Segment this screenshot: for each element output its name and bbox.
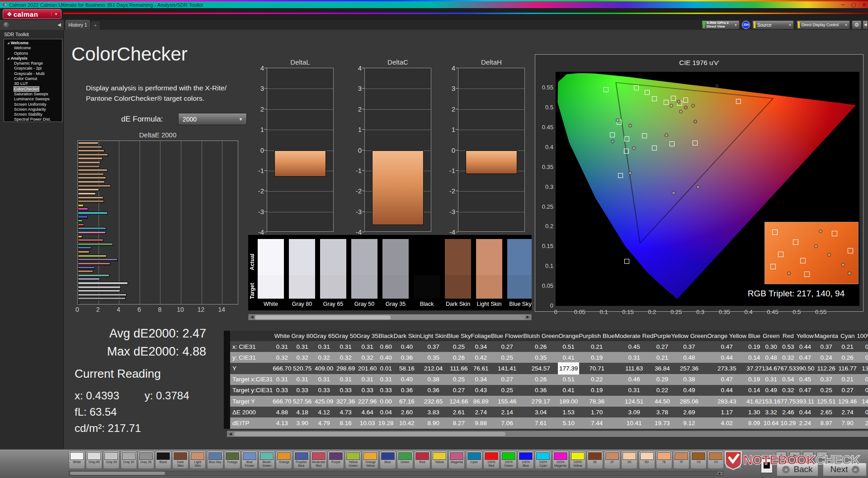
table-cell[interactable]: 0.38 (420, 374, 447, 385)
table-cell[interactable]: 9.12 (671, 417, 707, 428)
sidebar-item-screen-stability[interactable]: Screen Stability (4, 112, 62, 117)
patch-swatch-gray-80[interactable]: Gray 80 (289, 239, 315, 307)
table-cell[interactable]: 19.28 (378, 417, 394, 428)
table-cell[interactable]: 0.31 (292, 341, 313, 352)
table-cell[interactable]: 0.27 (491, 341, 523, 352)
table-cell[interactable]: 0.27 (447, 385, 471, 396)
table-cell[interactable]: 0.31 (357, 374, 378, 385)
table-cell[interactable]: 0.64 (857, 374, 868, 385)
palette-tile-orange[interactable]: Orange (276, 451, 292, 469)
table-cell[interactable]: 4.88 (273, 407, 291, 417)
table-cell[interactable]: 232.65 (420, 396, 447, 407)
scroll-left-icon[interactable]: ◀ (249, 315, 255, 319)
table-cell[interactable]: 7.90 (838, 417, 857, 428)
table-cell[interactable]: 111.66 (447, 363, 471, 374)
table-cell[interactable]: 0.44 (796, 407, 814, 417)
table-cell[interactable]: 2.60 (394, 407, 420, 417)
palette-tile-magenta[interactable]: Magenta (448, 451, 465, 469)
sidebar-item-screen-uniformity[interactable]: Screen Uniformity (4, 102, 62, 107)
palette-tile-2k[interactable]: 2K (621, 451, 637, 469)
table-cell[interactable]: 0.31 (357, 341, 378, 352)
table-cell[interactable]: 0.42 (471, 352, 491, 363)
table-cell[interactable]: 10.29 (780, 417, 796, 428)
palette-tile-purple[interactable]: Purple (328, 451, 344, 469)
table-cell[interactable]: 0.25 (491, 385, 523, 396)
table-cell[interactable]: 0.19 (579, 385, 615, 396)
palette-tile-100-magenta[interactable]: 100% Magenta (552, 451, 569, 469)
table-cell[interactable]: 0.04 (378, 407, 394, 417)
table-cell[interactable]: 0.37 (814, 341, 838, 352)
scrollbar-thumb[interactable] (70, 472, 165, 475)
table-cell[interactable]: 0.00 (378, 396, 394, 407)
table-cell[interactable]: 0.41 (558, 385, 579, 396)
table-cell[interactable]: 0.33 (357, 385, 378, 396)
patch-swatch-gray-65[interactable]: Gray 65 (320, 239, 346, 307)
table-cell[interactable]: 0.32 (273, 352, 291, 363)
palette-tile-blue[interactable]: Blue (380, 451, 396, 469)
table-cell[interactable]: 0.22 (653, 385, 671, 396)
table-cell[interactable]: 0.32 (357, 352, 378, 363)
table-cell[interactable]: 8.09 (746, 417, 762, 428)
palette-tile-extra[interactable] (725, 451, 741, 469)
table-cell[interactable]: 0.26 (523, 341, 558, 352)
table-cell[interactable]: 0.25 (447, 374, 471, 385)
table-scrollbar[interactable]: ◀ (227, 431, 868, 437)
table-cell[interactable]: 7.44 (579, 417, 615, 428)
table-cell[interactable]: 10.41 (615, 417, 654, 428)
table-cell[interactable]: 0.31 (762, 374, 780, 385)
table-cell[interactable]: 0.38 (671, 374, 707, 385)
sidebar-item-analysis[interactable]: ◢Analysis (4, 56, 62, 61)
table-cell[interactable]: 1.70 (579, 407, 615, 417)
table-cell[interactable]: 0.48 (762, 352, 780, 363)
table-cell[interactable]: 327.36 (335, 396, 357, 407)
table-cell[interactable]: 0.33 (313, 385, 335, 396)
meter-select-button[interactable]: X-Rite i1Pro 2 Direct View ▼ (702, 20, 740, 29)
tab-history-1[interactable]: History 1 (66, 20, 90, 30)
palette-tile-gray-80[interactable]: Gray 80 (86, 451, 102, 469)
palette-tile-100-cyan[interactable]: 100% Cyan (535, 451, 551, 469)
scroll-right-icon[interactable]: ▶ (717, 472, 722, 475)
table-cell[interactable]: 8.27 (447, 417, 471, 428)
table-cell[interactable]: 0.32 (335, 352, 357, 363)
table-cell[interactable]: 0.33 (335, 385, 357, 396)
table-cell[interactable]: 116.77 (838, 363, 857, 374)
minimize-icon[interactable]: ─ (841, 1, 845, 8)
table-cell[interactable]: 3.32 (762, 407, 780, 417)
table-cell[interactable]: 0.22 (579, 374, 615, 385)
table-cell[interactable]: 4.12 (313, 407, 335, 417)
sidebar-item-grayscale-2pt[interactable]: Grayscale - 2pt (4, 66, 62, 71)
palette-tile-100-green[interactable]: 100% Green (500, 451, 517, 469)
table-cell[interactable]: 10.03 (357, 417, 378, 428)
palette-tile-red[interactable]: Red (414, 451, 430, 469)
table-cell[interactable]: 78.36 (579, 396, 615, 407)
table-cell[interactable]: 58.16 (394, 363, 420, 374)
patch-swatch-black[interactable]: Black (414, 239, 440, 307)
table-cell[interactable]: 0.47 (796, 352, 814, 363)
table-cell[interactable]: 254.57 (523, 363, 558, 374)
table-cell[interactable]: 125.51 (814, 396, 838, 407)
table-cell[interactable]: 0.34 (471, 374, 491, 385)
table-cell[interactable]: 2.14 (491, 407, 523, 417)
table-cell[interactable]: 2.74 (838, 407, 857, 417)
table-cell[interactable]: 409.00 (313, 363, 335, 374)
palette-tile-gray-65[interactable]: Gray 65 (103, 451, 119, 469)
table-cell[interactable]: 0.27 (491, 374, 523, 385)
table-cell[interactable]: 0.36 (523, 385, 558, 396)
table-cell[interactable]: 390.50 (796, 363, 814, 374)
table-cell[interactable]: 520.75 (292, 363, 313, 374)
table-cell[interactable]: 0.47 (707, 341, 746, 352)
patch-swatch-blue-sky[interactable]: Blue Sky (507, 239, 532, 307)
back-button[interactable]: « Back (777, 463, 818, 476)
table-cell[interactable]: 0.19 (746, 374, 762, 385)
table-cell[interactable]: 0.48 (671, 352, 707, 363)
table-cell[interactable]: 0.31 (335, 341, 357, 352)
table-cell[interactable]: 155.46 (491, 396, 523, 407)
table-cell[interactable]: 141.78 (857, 396, 868, 407)
palette-tile-7h[interactable]: 7H (708, 451, 724, 469)
table-cell[interactable]: 0.49 (671, 385, 707, 396)
sidebar-item-luminance-sweeps[interactable]: Luminance Sweeps (4, 97, 62, 102)
palette-tile-green[interactable]: Green (397, 451, 413, 469)
scrollbar-thumb[interactable] (255, 315, 391, 319)
palette-tile-dark-skin[interactable]: Dark Skin (172, 451, 189, 469)
gear-icon[interactable]: ⚙ (852, 20, 862, 29)
